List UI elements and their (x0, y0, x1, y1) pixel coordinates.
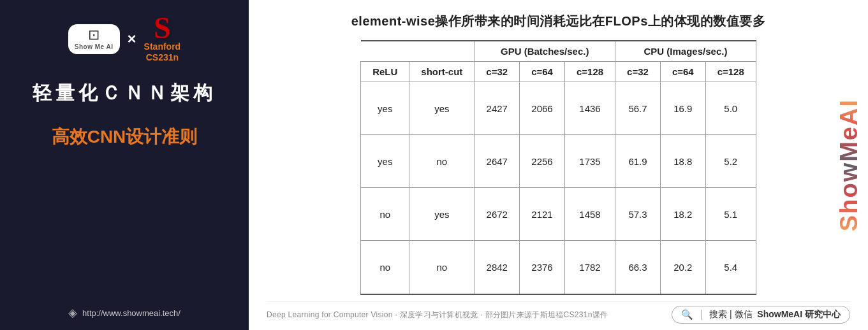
table-cell: yes (409, 188, 474, 241)
table-cell: 1436 (564, 82, 615, 135)
th-empty-2 (409, 41, 474, 62)
th-empty-1 (361, 41, 409, 62)
showmeai-logo: ⊡ Show Me AI (68, 24, 120, 54)
sidebar: ⊡ Show Me AI × S Stanford CS231n 轻量化ＣＮＮ架… (0, 0, 249, 330)
table-cell: 2672 (474, 188, 520, 241)
sub-title: 高效CNN设计准则 (52, 126, 198, 148)
table-cell: 2427 (474, 82, 520, 135)
th-cpu: CPU (Images/sec.) (615, 41, 756, 62)
th-shortcut: short-cut (409, 62, 474, 82)
table-cell: no (361, 188, 409, 241)
table-cell: 66.3 (615, 241, 661, 294)
th-cpu-c32: c=32 (615, 62, 661, 82)
table-cell: 1782 (564, 241, 615, 294)
brand-name: ShowMeAI 研究中心 (757, 309, 841, 319)
search-divider (701, 310, 702, 320)
th-cpu-c64: c=64 (660, 62, 705, 82)
sidebar-bottom: ◈ http://www.showmeai.tech/ (13, 306, 236, 320)
table-cell: 2256 (520, 135, 565, 188)
stanford-logo: S Stanford CS231n (144, 15, 181, 62)
table-cell: 5.2 (705, 135, 756, 188)
table-cell: 18.2 (660, 188, 705, 241)
table-header-row-2: ReLU short-cut c=32 c=64 c=128 c=32 c=64… (361, 62, 756, 82)
website-row: ◈ http://www.showmeai.tech/ (68, 306, 180, 320)
table-row: nono28422376178266.320.25.4 (361, 241, 756, 294)
table-cell: yes (409, 82, 474, 135)
sub-title-part2: CNN设计准则 (87, 127, 198, 147)
monitor-icon: ⊡ (88, 28, 99, 42)
table-row: noyes26722121145857.318.25.1 (361, 188, 756, 241)
table-cell: 20.2 (660, 241, 705, 294)
data-table: GPU (Batches/sec.) CPU (Images/sec.) ReL… (360, 40, 756, 295)
table-cell: 5.4 (705, 241, 756, 294)
th-gpu: GPU (Batches/sec.) (474, 41, 615, 62)
table-cell: 2647 (474, 135, 520, 188)
table-cell: yes (361, 82, 409, 135)
table-wrapper: GPU (Batches/sec.) CPU (Images/sec.) ReL… (267, 40, 850, 295)
table-cell: 2066 (520, 82, 565, 135)
showmeai-text-label: Show Me AI (75, 43, 114, 50)
stanford-s-letter: S (154, 15, 171, 41)
table-cell: 56.7 (615, 82, 661, 135)
table-cell: no (409, 135, 474, 188)
th-gpu-c128: c=128 (564, 62, 615, 82)
table-cell: 1458 (564, 188, 615, 241)
website-url: http://www.showmeai.tech/ (82, 308, 180, 318)
table-cell: 2842 (474, 241, 520, 294)
table-cell: no (361, 241, 409, 294)
table-cell: 61.9 (615, 135, 661, 188)
sub-title-part1: 高效 (52, 127, 87, 147)
headline: element-wise操作所带来的时间消耗远比在FLOPs上的体现的数值要多 (267, 13, 850, 30)
search-icon: 🔍 (681, 309, 693, 320)
table-cell: 5.1 (705, 188, 756, 241)
table-row: yesyes24272066143656.716.95.0 (361, 82, 756, 135)
sidebar-top: ⊡ Show Me AI × S Stanford CS231n 轻量化ＣＮＮ架… (13, 15, 236, 149)
table-header-row-1: GPU (Batches/sec.) CPU (Images/sec.) (361, 41, 756, 62)
main-content: ShowMeAI element-wise操作所带来的时间消耗远比在FLOPs上… (249, 0, 868, 330)
table-body: yesyes24272066143656.716.95.0yesno264722… (361, 82, 756, 295)
x-divider: × (128, 30, 136, 48)
table-cell: 5.0 (705, 82, 756, 135)
table-cell: 1735 (564, 135, 615, 188)
th-relu: ReLU (361, 62, 409, 82)
search-label: 搜索 | 微信 ShowMeAI 研究中心 (709, 309, 841, 320)
stanford-text: Stanford CS231n (144, 41, 181, 63)
logo-row: ⊡ Show Me AI × S Stanford CS231n (68, 15, 180, 62)
table-cell: 57.3 (615, 188, 661, 241)
search-box[interactable]: 🔍 搜索 | 微信 ShowMeAI 研究中心 (672, 306, 850, 324)
main-title: 轻量化ＣＮＮ架构 (33, 80, 216, 105)
table-cell: 2376 (520, 241, 565, 294)
bottom-bar: Deep Learning for Computer Vision · 深度学习… (267, 301, 850, 324)
table-cell: 16.9 (660, 82, 705, 135)
table-cell: 18.8 (660, 135, 705, 188)
table-cell: 2121 (520, 188, 565, 241)
table-cell: yes (361, 135, 409, 188)
th-gpu-c64: c=64 (520, 62, 565, 82)
th-gpu-c32: c=32 (474, 62, 520, 82)
table-cell: no (409, 241, 474, 294)
footer-text: Deep Learning for Computer Vision · 深度学习… (267, 310, 608, 320)
table-row: yesno26472256173561.918.85.2 (361, 135, 756, 188)
th-cpu-c128: c=128 (705, 62, 756, 82)
nav-icon: ◈ (68, 306, 77, 320)
